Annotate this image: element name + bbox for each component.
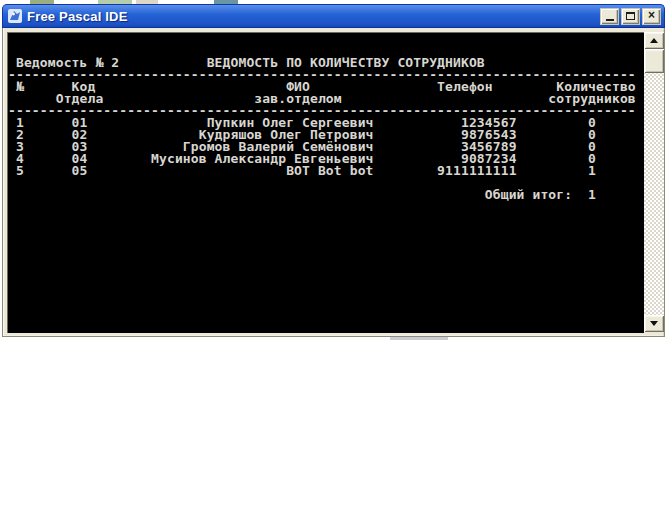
minimize-button[interactable] — [600, 8, 619, 25]
desktop: { "window": { "title": "Free Pascal IDE"… — [0, 0, 668, 512]
window-body: Ведомость № 2 ВЕДОМОСТЬ ПО КОЛИЧЕСТВУ СО… — [2, 28, 665, 337]
scrollbar — [644, 32, 664, 332]
scrollbar-down-button[interactable] — [644, 315, 664, 332]
titlebar[interactable]: Free Pascal IDE × — [2, 4, 665, 28]
scrollbar-track[interactable] — [644, 32, 664, 332]
scrollbar-up-button[interactable] — [644, 32, 664, 49]
window-title: Free Pascal IDE — [27, 9, 600, 24]
console-text: Ведомость № 2 ВЕДОМОСТЬ ПО КОЛИЧЕСТВУ СО… — [8, 33, 644, 201]
window-controls: × — [600, 8, 661, 25]
arrow-down-icon — [650, 321, 658, 326]
close-icon: × — [648, 9, 655, 21]
console-screen[interactable]: Ведомость № 2 ВЕДОМОСТЬ ПО КОЛИЧЕСТВУ СО… — [7, 32, 644, 333]
background-artifact — [390, 337, 448, 340]
app-icon — [7, 8, 23, 24]
minimize-icon — [606, 19, 614, 21]
arrow-up-icon — [650, 38, 658, 43]
free-pascal-ide-window: Free Pascal IDE × Ведомость № 2 ВЕДОМОСТ… — [2, 4, 665, 337]
scrollbar-thumb[interactable] — [644, 49, 664, 73]
maximize-button[interactable] — [621, 8, 640, 25]
maximize-icon — [626, 12, 635, 20]
close-button[interactable]: × — [642, 8, 661, 25]
